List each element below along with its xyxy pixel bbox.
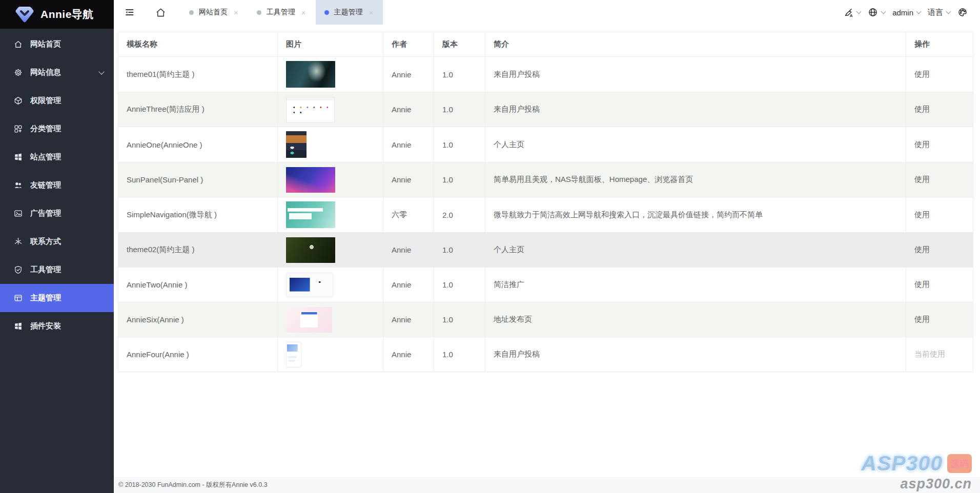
use-button[interactable]: 使用 [914,315,930,323]
footer: © 2018-2030 FunAdmin.com - 版权所有Annie v6.… [114,477,980,493]
sidebar: Annie导航 网站首页 网站信息 权限管理 分类管理 站点管理 友链管理 广告… [0,0,114,493]
template-name-cell: AnnieFour(Annie ) [118,337,278,372]
table-row: AnnieOne(AnnieOne ) Annie 1.0 个人主页 使用 [118,127,973,162]
sidebar-item-label: 工具管理 [30,265,61,275]
template-thumbnail [286,201,335,228]
description-cell: 地址发布页 [485,302,906,337]
template-name-cell: theme02(简约主题 ) [118,233,278,268]
fullscreen-globe-menu[interactable] [868,7,885,17]
template-name-cell: SimpleNavigation(微导航 ) [118,197,278,233]
author-cell: 六零 [383,197,434,233]
template-image-cell [278,127,383,162]
tab-tools[interactable]: 工具管理 × [248,0,316,25]
use-button[interactable]: 使用 [914,280,930,289]
use-button[interactable]: 使用 [914,245,930,254]
template-name: theme01(简约主题 ) [127,70,195,78]
globe-icon [868,7,878,17]
use-button[interactable]: 使用 [914,70,930,78]
chevron-down-icon [98,69,104,74]
sidebar-item-plugins[interactable]: 插件安装 [0,312,114,340]
version-cell: 1.0 [434,268,485,302]
table-row: SunPanel(Sun-Panel ) Annie 1.0 简单易用且美观，N… [118,162,973,197]
sidebar-item-tools[interactable]: 工具管理 [0,256,114,284]
sidebar-item-permissions[interactable]: 权限管理 [0,87,114,115]
tab-status-dot-icon [257,10,261,15]
sidebar-item-themes[interactable]: 主题管理 [0,284,114,312]
table-row: AnnieSix(Annie ) Annie 1.0 地址发布页 使用 [118,302,973,337]
close-tab-icon[interactable]: × [368,8,375,17]
sidebar-item-label: 网站首页 [30,39,61,49]
language-menu[interactable]: 语言 [928,8,950,17]
version-cell: 2.0 [434,197,485,233]
topbar: 网站首页 × 工具管理 × 主题管理 × A admin [114,0,980,25]
fold-sidebar-icon[interactable] [124,7,135,17]
diamond-logo-icon [15,6,34,23]
app-title: Annie导航 [40,7,94,22]
close-tab-icon[interactable]: × [233,8,239,17]
version-cell: 1.0 [434,162,485,197]
author-cell: Annie [383,302,434,337]
table-row: AnnieTwo(Annie ) Annie 1.0 简洁推广 使用 [118,268,973,302]
chevron-down-icon [881,9,886,14]
template-image-cell [278,57,383,92]
template-name: SunPanel(Sun-Panel ) [127,175,203,184]
template-name-cell: theme01(简约主题 ) [118,57,278,92]
sidebar-item-label: 主题管理 [30,293,61,303]
tab-status-dot-icon [189,10,194,15]
sidebar-item-contact[interactable]: 联系方式 [0,228,114,256]
table-header-row: 模板名称 图片 作者 版本 简介 操作 [118,32,973,57]
gear-icon [14,68,23,77]
chevron-down-icon [856,9,862,14]
theme-palette-button[interactable] [957,7,968,17]
col-header-template-name: 模板名称 [118,32,278,57]
chevron-down-icon [946,9,951,14]
image-icon [14,209,23,218]
template-image-cell [278,92,383,127]
version-cell: 1.0 [434,92,485,127]
app-logo[interactable]: Annie导航 [0,0,114,29]
plugin-icon [14,322,23,331]
template-image-cell [278,233,383,268]
tab-themes[interactable]: 主题管理 × [316,0,383,25]
col-header-image: 图片 [278,32,383,57]
version-cell: 1.0 [434,57,485,92]
cube-icon [14,96,23,105]
action-cell: 使用 [906,57,973,92]
tab-home[interactable]: 网站首页 × [180,0,248,25]
clear-cache-menu[interactable]: A [843,7,861,17]
sidebar-item-label: 网站信息 [30,68,61,77]
sidebar-item-ads[interactable]: 广告管理 [0,199,114,228]
sidebar-item-friend-links[interactable]: 友链管理 [0,171,114,199]
sidebar-item-label: 站点管理 [30,152,61,162]
table-row: AnnieThree(简洁应用 ) Annie 1.0 来自用户投稿 使用 [118,92,973,127]
shield-check-icon [14,265,23,274]
home-icon[interactable] [155,7,166,18]
sidebar-item-label: 分类管理 [30,124,61,134]
watermark-domain: asp300.cn [861,476,972,492]
tab-label: 网站首页 [199,8,228,17]
template-name: AnnieOne(AnnieOne ) [127,140,202,149]
template-name-cell: SunPanel(Sun-Panel ) [118,162,278,197]
use-button[interactable]: 使用 [914,140,930,149]
template-thumbnail [286,273,333,297]
use-button[interactable]: 使用 [914,210,930,219]
sidebar-item-site-info[interactable]: 网站信息 [0,58,114,87]
template-thumbnail [286,61,335,88]
user-menu[interactable]: admin [892,8,921,17]
sidebar-item-home[interactable]: 网站首页 [0,30,114,58]
action-cell: 使用 [906,127,973,162]
template-thumbnail [286,131,307,158]
author-cell: Annie [383,162,434,197]
template-name: AnnieTwo(Annie ) [127,280,187,289]
template-name-cell: AnnieSix(Annie ) [118,302,278,337]
template-name: AnnieThree(简洁应用 ) [127,105,205,113]
template-image-cell [278,197,383,233]
description-cell: 个人主页 [485,233,906,268]
close-tab-icon[interactable]: × [300,8,307,17]
current-use-label: 当前使用 [914,350,945,358]
sidebar-item-categories[interactable]: 分类管理 [0,115,114,143]
home-icon [14,40,23,49]
use-button[interactable]: 使用 [914,175,930,183]
sidebar-item-sites[interactable]: 站点管理 [0,143,114,171]
use-button[interactable]: 使用 [914,105,930,113]
